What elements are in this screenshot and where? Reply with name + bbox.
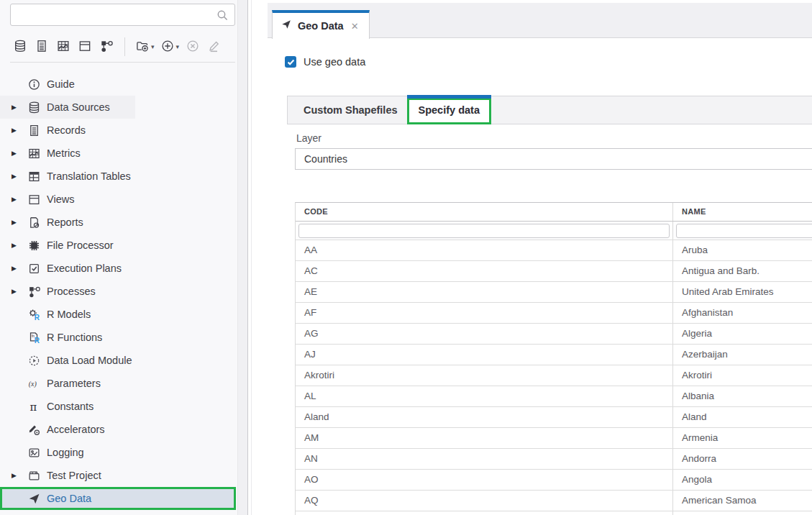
cell-code: AM [296, 428, 673, 448]
expand-arrow-icon[interactable]: ▶ [12, 472, 27, 479]
r-gear-icon: R [27, 308, 43, 322]
info-icon [27, 78, 43, 91]
table-row-partial [296, 511, 812, 515]
name-filter-input[interactable] [676, 224, 812, 238]
folder-plus-icon [135, 39, 150, 55]
database-icon [13, 39, 27, 55]
sidebar-item-translation-tables[interactable]: ▶Translation Tables [0, 165, 237, 188]
tab-geo-data[interactable]: Geo Data ✕ [272, 10, 370, 39]
plus-circle-icon [160, 39, 175, 55]
dropdown-caret-icon: ▾ [176, 43, 180, 50]
new-folder-button[interactable]: ▾ [134, 37, 155, 56]
records-button[interactable] [33, 37, 50, 56]
cell-code: AA [296, 240, 673, 260]
sidebar-item-metrics[interactable]: ▶Metrics [0, 142, 237, 165]
table-body: AAArubaACAntigua and Barb.AEUnited Arab … [296, 240, 812, 511]
expand-arrow-icon[interactable]: ▶ [12, 196, 27, 203]
sidebar-item-processes[interactable]: ▶Processes [0, 280, 237, 303]
shapefile-tab-strip: Custom Shapefiles Specify data [287, 96, 812, 124]
sidebar-item-label: Metrics [47, 147, 81, 159]
cell-code: Aland [296, 407, 673, 427]
table-row[interactable]: AAAruba [296, 240, 812, 261]
checkbox-label: Use geo data [304, 56, 365, 68]
table-row[interactable]: AkrotiriAkrotiri [296, 365, 812, 386]
expand-arrow-icon[interactable]: ▶ [12, 242, 27, 249]
tab-specify-data[interactable]: Specify data [407, 98, 491, 124]
expand-arrow-icon[interactable]: ▶ [12, 127, 27, 134]
expand-arrow-icon[interactable]: ▶ [12, 104, 27, 111]
sidebar-item-r-models[interactable]: RR Models [0, 303, 237, 326]
layer-select[interactable]: Countries [295, 148, 812, 170]
sidebar-item-label: Translation Tables [47, 170, 131, 182]
add-item-button[interactable]: ▾ [160, 37, 181, 56]
sidebar-item-data-sources[interactable]: ▶Data Sources [0, 96, 237, 119]
pi-icon: π [27, 400, 43, 414]
sidebar-item-label: Reports [47, 217, 83, 228]
sidebar-item-r-functions[interactable]: fnRR Functions [0, 326, 237, 349]
search-input[interactable] [11, 4, 234, 25]
cell-name: American Samoa [673, 491, 812, 511]
column-header-name[interactable]: NAME [673, 203, 812, 221]
sidebar-item-test-project[interactable]: ▶Test Project [0, 464, 237, 487]
table-header-row: CODE NAME [296, 203, 812, 222]
table-row[interactable]: AFAfghanistan [296, 303, 812, 324]
processes-icon [99, 39, 114, 55]
sidebar-item-guide[interactable]: Guide [0, 73, 237, 96]
logging-icon [27, 446, 43, 460]
table-row[interactable]: AEUnited Arab Emirates [296, 282, 812, 303]
sidebar-item-reports[interactable]: ▶Reports [0, 211, 237, 234]
sidebar: ▾▾ Guide▶Data Sources▶Records▶Metrics▶Tr… [0, 0, 248, 515]
edit-item-button[interactable] [206, 37, 223, 56]
use-geo-data-checkbox-row[interactable]: Use geo data [285, 56, 365, 68]
sidebar-item-logging[interactable]: Logging [0, 441, 237, 464]
sidebar-item-label: R Functions [47, 332, 102, 343]
table-row[interactable]: ACAntigua and Barb. [296, 261, 812, 282]
data-sources-button[interactable] [12, 37, 29, 56]
sidebar-item-label: Guide [47, 78, 75, 90]
table-row[interactable]: ANAndorra [296, 449, 812, 470]
sidebar-toolbar: ▾▾ [12, 36, 223, 58]
database-icon [27, 101, 43, 114]
sidebar-item-file-processor[interactable]: ▶File Processor [0, 234, 237, 257]
sidebar-scrollbar[interactable] [237, 0, 247, 515]
metrics-button[interactable] [55, 37, 72, 56]
column-header-code[interactable]: CODE [296, 203, 673, 221]
cell-code: AF [296, 303, 673, 323]
sidebar-item-data-load-module[interactable]: Data Load Module [0, 349, 237, 372]
table-row[interactable]: AOAngola [296, 470, 812, 491]
expand-arrow-icon[interactable]: ▶ [12, 173, 27, 180]
table-row[interactable]: AlandAland [296, 407, 812, 428]
table-row[interactable]: AMArmenia [296, 428, 812, 449]
expand-arrow-icon[interactable]: ▶ [12, 288, 27, 295]
sidebar-item-records[interactable]: ▶Records [0, 119, 237, 142]
sidebar-item-views[interactable]: ▶Views [0, 188, 237, 211]
close-icon[interactable]: ✕ [351, 21, 359, 32]
checkbox-checked-icon[interactable] [285, 56, 296, 68]
sidebar-item-execution-plans[interactable]: ▶Execution Plans [0, 257, 237, 280]
sidebar-item-label: Processes [47, 286, 96, 297]
r-doc-icon: fnR [27, 331, 43, 345]
sidebar-tree: Guide▶Data Sources▶Records▶Metrics▶Trans… [0, 73, 237, 510]
dashed-play-icon [27, 354, 43, 368]
sidebar-item-parameters[interactable]: (x)Parameters [0, 372, 237, 395]
table-row[interactable]: ALAlbania [296, 386, 812, 407]
code-filter-input[interactable] [298, 224, 670, 238]
delete-item-button[interactable] [184, 37, 201, 56]
processes-button[interactable] [98, 37, 115, 56]
expand-arrow-icon[interactable]: ▶ [12, 150, 27, 157]
views-button[interactable] [76, 37, 93, 56]
cell-code: AL [296, 386, 673, 406]
expand-arrow-icon[interactable]: ▶ [12, 265, 27, 272]
main-panel: Geo Data ✕ Use geo data Custom Shapefile… [252, 0, 812, 515]
table-row[interactable]: AQAmerican Samoa [296, 491, 812, 511]
sidebar-item-constants[interactable]: πConstants [0, 395, 237, 418]
table-row[interactable]: AJAzerbaijan [296, 345, 812, 365]
sidebar-item-geo-data[interactable]: Geo Data [0, 487, 236, 510]
cell-code: AN [296, 449, 673, 469]
sidebar-item-accelerators[interactable]: Accelerators [0, 418, 237, 441]
expand-arrow-icon[interactable]: ▶ [12, 219, 27, 226]
cell-name: Akrotiri [673, 365, 812, 386]
table-row[interactable]: AGAlgeria [296, 324, 812, 345]
checklist-icon [27, 262, 43, 275]
tab-custom-shapefiles[interactable]: Custom Shapefiles [294, 96, 407, 124]
